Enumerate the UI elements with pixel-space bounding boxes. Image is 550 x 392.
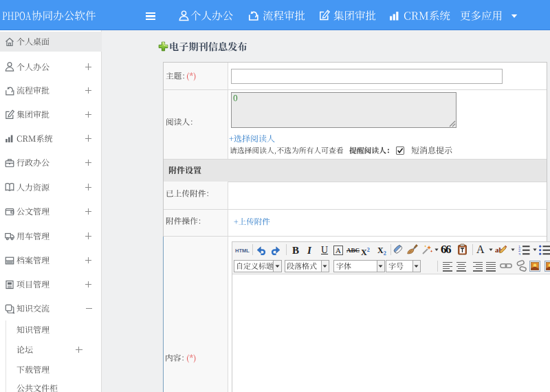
svg-text:3.: 3. bbox=[518, 252, 522, 255]
